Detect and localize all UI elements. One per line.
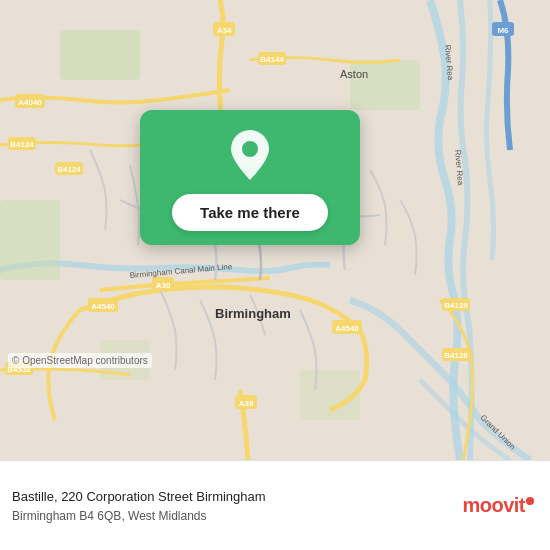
moovit-brand-text: moovit [462,494,525,517]
svg-text:B4128: B4128 [444,351,468,360]
svg-rect-2 [0,200,60,280]
svg-text:M6: M6 [497,26,509,35]
take-me-there-button[interactable]: Take me there [172,194,328,231]
info-bar: Bastille, 220 Corporation Street Birming… [0,460,550,550]
address-block: Bastille, 220 Corporation Street Birming… [12,488,450,522]
moovit-logo: moovit [462,494,534,517]
svg-point-38 [242,141,258,157]
svg-text:B4128: B4128 [444,301,468,310]
svg-rect-1 [60,30,140,80]
address-region: Birmingham B4 6QB, West Midlands [12,509,450,523]
svg-text:A4540: A4540 [91,302,115,311]
map-container: A34 A4040 A4540 A4540 A38 A30 B4124 B414… [0,0,550,460]
svg-text:A4540: A4540 [335,324,359,333]
moovit-dot [526,497,534,505]
osm-credit: © OpenStreetMap contributors [8,353,152,368]
svg-text:B4124: B4124 [10,140,34,149]
venue-name: Bastille, 220 Corporation Street Birming… [12,488,450,506]
svg-text:A4040: A4040 [18,98,42,107]
svg-text:A30: A30 [156,281,171,290]
location-card: Take me there [140,110,360,245]
location-pin-icon [226,128,274,184]
city-label: Birmingham [215,306,291,321]
svg-text:A38: A38 [239,399,254,408]
svg-text:B4144: B4144 [260,55,284,64]
svg-text:A34: A34 [217,26,232,35]
svg-text:Aston: Aston [340,68,368,80]
svg-text:B4124: B4124 [57,165,81,174]
